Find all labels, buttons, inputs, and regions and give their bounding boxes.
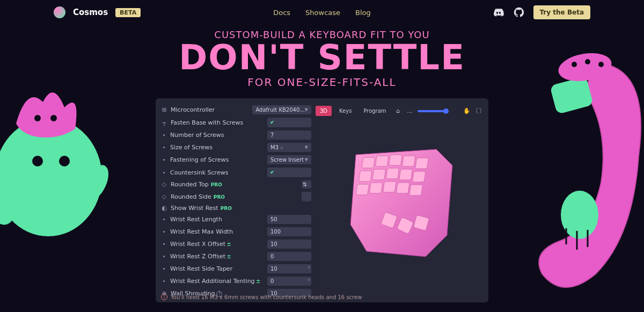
bullet-icon: [163, 134, 165, 136]
roundedside-label: Rounded SidePRO: [171, 193, 298, 200]
tab-keys[interactable]: Keys: [335, 106, 356, 116]
hand-icon[interactable]: ✋: [463, 107, 471, 115]
svg-rect-12: [383, 182, 397, 192]
opacity-slider[interactable]: [418, 110, 447, 112]
nav-docs[interactable]: Docs: [273, 9, 290, 17]
countersink-checkbox[interactable]: [267, 168, 311, 177]
mascot-right: [510, 48, 644, 306]
svg-rect-2: [389, 155, 402, 165]
tab-program[interactable]: Program: [359, 106, 390, 116]
svg-point-20: [59, 156, 70, 166]
svg-rect-11: [369, 183, 383, 193]
bullet-icon: [163, 172, 165, 173]
tab-3d[interactable]: 3D: [316, 106, 332, 116]
bullet-icon: [163, 256, 165, 257]
wristz-input[interactable]: 0: [267, 252, 311, 261]
fastening-label: Fastening of Screws: [170, 156, 264, 163]
config-panel: ⊞MicrocontrollerAdafruit KB2040...▼ ┬Fas…: [156, 98, 488, 302]
roundedtop-label: Rounded TopPRO: [171, 181, 298, 188]
discord-icon[interactable]: [493, 6, 504, 18]
svg-rect-1: [375, 156, 389, 166]
wristtent-label: Wrist Rest Additional Tenting±: [170, 278, 264, 285]
beta-badge: BETA: [115, 8, 141, 17]
sizescrews-label: Size of Screws: [170, 144, 264, 151]
svg-rect-6: [372, 169, 386, 180]
sizescrews-select[interactable]: M3☆▼: [267, 143, 311, 152]
viewer-column: 3D Keys Program ⌂ ... ✋ 〔〕: [316, 104, 483, 297]
showwrist-label: Show Wrist RestPRO: [171, 205, 311, 212]
brand: Cosmos: [73, 8, 108, 17]
fasten-label: Fasten Base with Screws: [171, 119, 264, 126]
nav-showcase[interactable]: Showcase: [305, 9, 340, 17]
svg-rect-8: [399, 169, 413, 180]
roundedtop-toggle[interactable]: ⇅: [302, 180, 311, 188]
bullet-icon: [163, 147, 165, 148]
wristlen-label: Wrist Rest Length: [170, 216, 264, 223]
svg-point-22: [50, 115, 57, 121]
wristmaxw-label: Wrist Rest Max Width: [170, 228, 264, 235]
roundedside-toggle[interactable]: [302, 192, 311, 201]
svg-rect-13: [396, 183, 409, 193]
wristtent-input[interactable]: 0°: [267, 277, 311, 286]
countersink-label: Countersink Screws: [170, 169, 264, 176]
svg-rect-5: [358, 171, 372, 182]
svg-rect-4: [415, 158, 429, 169]
keyboard-3d-preview[interactable]: [329, 133, 469, 273]
screw-note: iYou'll need 16 M3 x 6mm screws with cou…: [161, 294, 362, 300]
wristz-label: Wrist Rest Z Offset±: [170, 253, 264, 260]
try-beta-button[interactable]: Try the Beta: [533, 5, 591, 19]
svg-point-28: [585, 59, 590, 64]
svg-point-29: [598, 62, 604, 67]
wristtaper-label: Wrist Rest Side Taper: [170, 265, 264, 272]
wristtaper-input[interactable]: 10°: [267, 264, 311, 273]
numscrews-input[interactable]: 7: [267, 130, 311, 140]
svg-rect-25: [550, 76, 594, 114]
svg-rect-7: [386, 168, 399, 179]
svg-rect-0: [362, 157, 375, 168]
github-icon[interactable]: [513, 6, 525, 18]
microcontroller-label: Microcontroller: [171, 106, 249, 113]
nav-blog[interactable]: Blog: [355, 9, 371, 17]
bullet-icon: [163, 243, 165, 245]
diamond-icon: ◇: [161, 193, 167, 200]
fastening-select[interactable]: Screw Insert▼: [267, 155, 311, 164]
bullet-icon: [163, 268, 165, 270]
numscrews-label: Number of Screws: [170, 132, 264, 139]
more-icon[interactable]: ...: [406, 107, 414, 115]
wrist-icon: ◐: [161, 205, 167, 212]
bullet-icon: [163, 280, 165, 282]
wristmaxw-input[interactable]: 100: [267, 227, 311, 236]
svg-rect-9: [412, 171, 426, 182]
svg-point-27: [572, 62, 577, 67]
wristx-label: Wrist Rest X Offset±: [170, 241, 264, 248]
wristlen-input[interactable]: 50: [267, 215, 311, 224]
info-icon: i: [161, 294, 167, 300]
svg-rect-14: [409, 185, 423, 195]
svg-point-19: [32, 156, 43, 166]
mascot-left: [0, 54, 123, 247]
logo[interactable]: [54, 6, 65, 18]
settings-column: ⊞MicrocontrollerAdafruit KB2040...▼ ┬Fas…: [161, 104, 311, 297]
wristx-input[interactable]: 10: [267, 240, 311, 249]
diamond-icon: ◇: [161, 182, 167, 188]
bullet-icon: [163, 219, 165, 220]
split-icon[interactable]: 〔〕: [474, 107, 483, 115]
microcontroller-select[interactable]: Adafruit KB2040...▼: [252, 105, 311, 114]
bullet-icon: [163, 231, 165, 233]
bullet-icon: [163, 159, 165, 161]
svg-point-21: [34, 115, 41, 121]
case-icon[interactable]: ⌂: [394, 107, 402, 115]
fasten-checkbox[interactable]: [267, 118, 311, 127]
svg-rect-10: [356, 184, 369, 195]
svg-rect-3: [402, 156, 415, 166]
chip-icon: ⊞: [161, 107, 167, 113]
screw-icon: ┬: [161, 119, 167, 126]
